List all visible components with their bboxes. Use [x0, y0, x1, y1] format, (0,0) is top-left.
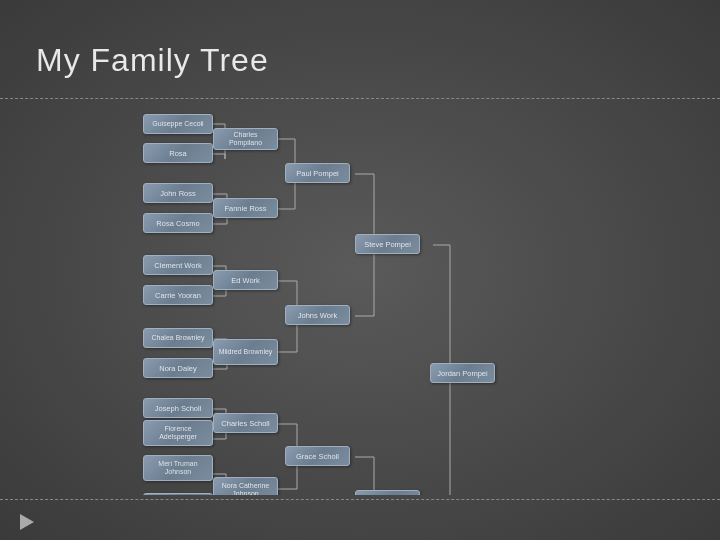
node-nora-e: Nora E — [143, 493, 213, 495]
tree-lines — [0, 105, 720, 495]
node-paul-pompei: Paul Pompei — [285, 163, 350, 183]
top-divider — [0, 98, 720, 99]
play-button[interactable] — [20, 514, 34, 530]
node-mildred-brownley: Mildred Brownley — [213, 339, 278, 365]
node-charles-scholl: Charles Scholl — [213, 413, 278, 433]
node-steve-pompei: Steve Pompei — [355, 234, 420, 254]
bottom-divider — [0, 499, 720, 500]
node-nora-catherine-johnson: Nora Catherine Johnson — [213, 477, 278, 495]
node-rosa-cosmo: Rosa Cosmo — [143, 213, 213, 233]
node-grace-scholl: Grace Scholl — [285, 446, 350, 466]
node-meri-truman-johnson: Meri Truman Johnson — [143, 455, 213, 481]
node-lisa-stankavich: Lisa Stankavich — [355, 490, 420, 495]
node-fannie-ross: Fannie Ross — [213, 198, 278, 218]
node-jordan-pompei: Jordan Pompei — [430, 363, 495, 383]
node-florence-adelsperger: Florence Adelsperger — [143, 420, 213, 446]
page-title: My Family Tree — [36, 42, 269, 79]
node-rosa: Rosa — [143, 143, 213, 163]
node-giuseppe-cecoli: Guiseppe Cecoli — [143, 114, 213, 134]
node-clement-work: Clement Work — [143, 255, 213, 275]
node-carrie-yooran: Carrie Yooran — [143, 285, 213, 305]
node-charles-pompilano: Charles Pompilano — [213, 128, 278, 150]
node-joseph-scholl: Joseph Scholl — [143, 398, 213, 418]
node-ed-work: Ed Work — [213, 270, 278, 290]
tree-container: Guiseppe Cecoli Rosa John Ross Rosa Cosm… — [0, 105, 720, 495]
node-john-ross: John Ross — [143, 183, 213, 203]
node-johns-work: Johns Work — [285, 305, 350, 325]
node-nora-daley: Nora Daley — [143, 358, 213, 378]
node-chalea-brownley: Chalea Brownley — [143, 328, 213, 348]
